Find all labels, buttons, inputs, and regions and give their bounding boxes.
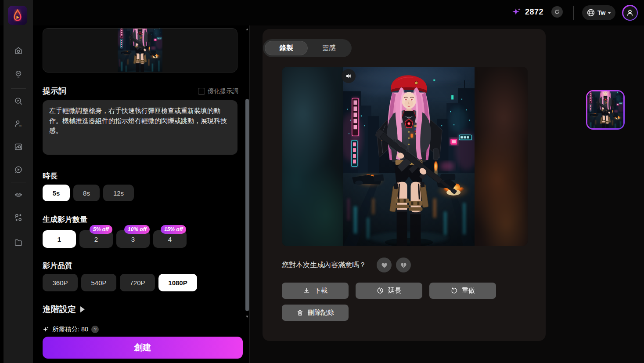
prompt-input[interactable]: 左手輕微調整槍身，右手快速執行彈匣檢查或重新裝填的動作。機械推進器組件的指示燈有… (43, 100, 237, 155)
advanced-settings-label: 進階設定 (43, 304, 76, 315)
video-search-icon (14, 96, 23, 106)
sidebar-item-motion[interactable] (10, 161, 27, 178)
results-area: 錄製 靈感 您對本次生成內容滿意嗎？ (249, 25, 644, 363)
like-button[interactable] (377, 258, 392, 272)
quality-label: 影片品質 (43, 261, 72, 271)
feedback-row: 您對本次生成內容滿意嗎？ (282, 258, 411, 272)
sidebar-item-image-tools[interactable] (10, 138, 27, 156)
extend-time-icon (377, 287, 384, 294)
create-button[interactable]: 創建 (43, 337, 243, 359)
delete-record-label: 刪除記錄 (308, 309, 334, 317)
result-tabs: 錄製 靈感 (263, 39, 352, 57)
help-icon[interactable]: ? (91, 326, 99, 333)
lightbulb-icon (14, 69, 23, 79)
discount-badge-10: 10% off (124, 225, 150, 234)
chevron-down-icon (608, 12, 611, 14)
trash-icon (296, 309, 304, 316)
download-label: 下載 (314, 287, 327, 295)
ai-person-icon: AI (14, 119, 23, 129)
optimize-prompt-toggle[interactable]: 優化提示詞 (198, 87, 238, 95)
quality-option-540p[interactable]: 540P (81, 274, 116, 291)
refresh-credits-button[interactable] (551, 6, 563, 18)
count-label: 生成影片數量 (43, 214, 87, 225)
scrollbar-up-arrow[interactable]: ▲ (245, 27, 249, 31)
sparkle-icon (43, 326, 49, 333)
video-player[interactable] (282, 67, 528, 246)
duration-option-5s[interactable]: 5s (43, 185, 70, 201)
quality-option-1080p[interactable]: 1080P (158, 274, 197, 291)
credits-required-row: 所需積分: 80 ? (43, 325, 99, 334)
optimize-prompt-label: 優化提示詞 (208, 87, 238, 95)
quality-option-360p[interactable]: 360P (43, 274, 78, 291)
sidebar-item-lip-sync[interactable] (10, 186, 27, 203)
broken-heart-icon (400, 261, 407, 269)
advanced-settings-toggle[interactable]: 進階設定 (43, 304, 85, 315)
history-thumbnail[interactable] (586, 90, 625, 130)
language-selector[interactable]: Tw (582, 5, 615, 20)
quality-option-720p[interactable]: 720P (120, 274, 155, 291)
generated-video-frame (343, 67, 475, 246)
sidebar-item-face-swap[interactable] (10, 209, 27, 226)
history-thumbnail-image (587, 91, 623, 128)
scrollbar-down-arrow[interactable]: ▼ (245, 315, 249, 319)
lips-icon (14, 190, 23, 200)
credits-cluster: 2872 (512, 6, 563, 18)
generation-form-panel: 提示詞 優化提示詞 左手輕微調整槍身，右手快速執行彈匣檢查或重新裝填的動作。機械… (33, 25, 246, 363)
sidebar-divider (11, 88, 26, 89)
optimize-prompt-checkbox[interactable] (198, 88, 205, 95)
home-icon (14, 46, 23, 55)
redo-icon (450, 287, 458, 294)
app-logo[interactable] (8, 6, 27, 25)
credits-required-label: 所需積分: 80 (52, 325, 88, 334)
count-option-1[interactable]: 1 (43, 230, 76, 248)
discount-badge-15: 15% off (161, 225, 186, 234)
credits-count: 2872 (525, 7, 543, 17)
dial-play-icon (14, 165, 23, 174)
flame-play-logo-icon (11, 8, 25, 22)
redo-button[interactable]: 重做 (429, 283, 496, 299)
sidebar-divider (11, 182, 26, 182)
top-bar: 2872 Tw (0, 0, 644, 25)
user-avatar[interactable] (622, 5, 638, 21)
download-icon (303, 287, 310, 294)
refresh-icon (554, 9, 560, 15)
video-blur-backdrop-left (282, 67, 346, 246)
globe-icon (586, 8, 595, 17)
svg-text:AI: AI (19, 124, 22, 127)
face-swap-icon (14, 213, 23, 222)
sidebar-divider (11, 230, 26, 230)
tab-record[interactable]: 錄製 (265, 41, 308, 55)
language-label: Tw (597, 9, 605, 16)
sidebar-item-assets[interactable] (10, 234, 27, 251)
extend-label: 延長 (388, 287, 401, 295)
sidebar-item-ai-avatar[interactable]: AI (10, 115, 27, 133)
image-search-icon (14, 142, 23, 152)
heart-icon (381, 261, 388, 269)
sparkle-icon (512, 7, 522, 17)
action-buttons-row: 下載 延長 重做 (282, 283, 496, 299)
sidebar-item-video-search[interactable] (10, 92, 27, 110)
dislike-button[interactable] (396, 258, 411, 272)
sidebar-item-home[interactable] (10, 42, 27, 59)
duration-option-12s[interactable]: 12s (103, 185, 134, 201)
extend-button[interactable]: 延長 (356, 283, 422, 299)
user-icon (626, 8, 634, 17)
delete-row: 刪除記錄 (282, 305, 349, 321)
app-window: 2872 Tw (0, 0, 644, 363)
reference-image-card[interactable] (43, 28, 237, 73)
folder-icon (14, 238, 23, 247)
duration-label: 時長 (43, 171, 58, 181)
expand-arrow-icon (80, 306, 85, 312)
delete-record-button[interactable]: 刪除記錄 (282, 305, 349, 321)
download-button[interactable]: 下載 (282, 283, 349, 299)
reference-image (118, 29, 162, 73)
redo-label: 重做 (462, 287, 475, 295)
tab-inspiration[interactable]: 靈感 (308, 41, 350, 55)
topbar-divider (573, 6, 574, 20)
mute-toggle-button[interactable] (342, 69, 356, 83)
prompt-label: 提示詞 (43, 86, 66, 96)
sidebar-item-inspiration[interactable] (10, 65, 27, 83)
scrollbar-thumb[interactable] (245, 99, 249, 311)
duration-option-8s[interactable]: 8s (73, 185, 100, 201)
video-blur-backdrop-right (471, 67, 528, 246)
